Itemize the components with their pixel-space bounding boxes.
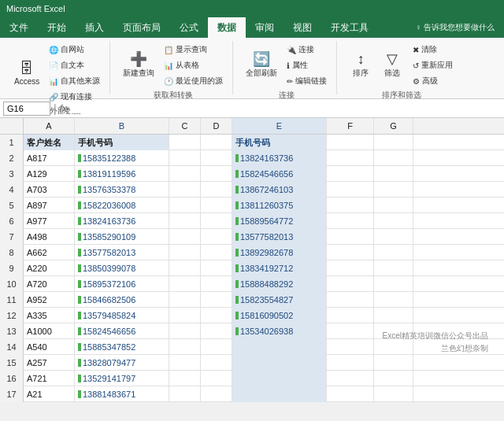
cell-b7[interactable]: 13585290109 xyxy=(75,229,169,245)
cell-b12[interactable]: 13579485824 xyxy=(75,308,169,323)
cell-reference[interactable] xyxy=(3,102,50,116)
cell-g5[interactable] xyxy=(374,198,413,213)
cell-b14[interactable]: 15885347852 xyxy=(75,339,169,355)
cell-b5[interactable]: 15822036008 xyxy=(75,198,169,213)
btn-new-query[interactable]: ➕ 新建查询 xyxy=(120,50,158,80)
tab-layout[interactable]: 页面布局 xyxy=(113,17,170,38)
cell-e2[interactable]: 13824163736 xyxy=(232,150,327,166)
cell-a11[interactable]: A952 xyxy=(24,292,75,308)
tab-data[interactable]: 数据 xyxy=(208,17,246,38)
cell-a2[interactable]: A817 xyxy=(24,150,75,166)
cell-a1[interactable]: 客户姓名 xyxy=(24,135,75,150)
cell-e12[interactable]: 15816090502 xyxy=(232,308,327,323)
cell-g15[interactable] xyxy=(374,355,413,371)
cell-e16[interactable] xyxy=(232,371,327,386)
cell-a4[interactable]: A703 xyxy=(24,182,75,198)
cell-d6[interactable] xyxy=(201,213,232,229)
cell-f11[interactable] xyxy=(327,292,374,308)
btn-filter[interactable]: ▽ 筛选 xyxy=(378,50,406,80)
cell-d7[interactable] xyxy=(201,229,232,245)
cell-g16[interactable] xyxy=(374,371,413,386)
cell-c13[interactable] xyxy=(169,323,201,339)
cell-g2[interactable] xyxy=(374,150,413,166)
cell-d2[interactable] xyxy=(201,150,232,166)
cell-d15[interactable] xyxy=(201,355,232,371)
cell-c8[interactable] xyxy=(169,245,201,260)
cell-f2[interactable] xyxy=(327,150,374,166)
cell-a14[interactable]: A540 xyxy=(24,339,75,355)
cell-e13[interactable]: 13534026938 xyxy=(232,323,327,339)
cell-d17[interactable] xyxy=(201,386,232,402)
btn-edit-links[interactable]: ✏ 编辑链接 xyxy=(284,74,330,88)
cell-d9[interactable] xyxy=(201,260,232,276)
cell-a13[interactable]: A1000 xyxy=(24,323,75,339)
cell-f7[interactable] xyxy=(327,229,374,245)
cell-d1[interactable] xyxy=(201,135,232,150)
cell-f10[interactable] xyxy=(327,276,374,292)
btn-show-query[interactable]: 📋 显示查询 xyxy=(161,42,226,57)
cell-f12[interactable] xyxy=(327,308,374,323)
cell-a6[interactable]: A977 xyxy=(24,213,75,229)
cell-c3[interactable] xyxy=(169,166,201,182)
cell-g7[interactable] xyxy=(374,229,413,245)
cell-g4[interactable] xyxy=(374,182,413,198)
cell-a16[interactable]: A721 xyxy=(24,371,75,386)
cell-e8[interactable]: 13892982678 xyxy=(232,245,327,260)
cell-b13[interactable]: 15824546656 xyxy=(75,323,169,339)
cell-c14[interactable] xyxy=(169,339,201,355)
cell-b17[interactable]: 13881483671 xyxy=(75,386,169,402)
cell-g8[interactable] xyxy=(374,245,413,260)
tab-review[interactable]: 审阅 xyxy=(246,17,284,38)
tab-devtools[interactable]: 开发工具 xyxy=(321,17,378,38)
btn-web[interactable]: 🌐 自网站 xyxy=(46,42,103,57)
cell-e1[interactable]: 手机号码 xyxy=(232,135,327,150)
cell-a3[interactable]: A129 xyxy=(24,166,75,182)
cell-f17[interactable] xyxy=(327,386,374,402)
col-header-e[interactable]: E xyxy=(232,118,327,134)
tab-file[interactable]: 文件 xyxy=(0,17,38,38)
cell-c15[interactable] xyxy=(169,355,201,371)
tab-formula[interactable]: 公式 xyxy=(170,17,208,38)
cell-c1[interactable] xyxy=(169,135,201,150)
cell-d8[interactable] xyxy=(201,245,232,260)
cell-b16[interactable]: 13529141797 xyxy=(75,371,169,386)
cell-f16[interactable] xyxy=(327,371,374,386)
cell-f13[interactable] xyxy=(327,323,374,339)
btn-text[interactable]: 📄 自文本 xyxy=(46,58,103,72)
cell-e10[interactable]: 15888488292 xyxy=(232,276,327,292)
cell-e5[interactable]: 13811260375 xyxy=(232,198,327,213)
tab-start[interactable]: 开始 xyxy=(38,17,76,38)
tab-help[interactable]: ♀ 告诉我您想要做什么 xyxy=(406,17,504,38)
cell-g9[interactable] xyxy=(374,260,413,276)
cell-d3[interactable] xyxy=(201,166,232,182)
cell-c2[interactable] xyxy=(169,150,201,166)
cell-c9[interactable] xyxy=(169,260,201,276)
cell-e17[interactable] xyxy=(232,386,327,402)
cell-c6[interactable] xyxy=(169,213,201,229)
cell-b2[interactable]: 15835122388 xyxy=(75,150,169,166)
btn-clear[interactable]: ✖ 清除 xyxy=(410,42,456,57)
cell-c10[interactable] xyxy=(169,276,201,292)
cell-c11[interactable] xyxy=(169,292,201,308)
btn-sort[interactable]: ↕ 排序 xyxy=(346,50,375,80)
cell-g12[interactable] xyxy=(374,308,413,323)
btn-refresh-all[interactable]: 🔄 全部刷新 xyxy=(243,50,280,80)
btn-advanced[interactable]: ⚙ 高级 xyxy=(410,74,456,88)
cell-b1[interactable]: 手机号码 xyxy=(75,135,169,150)
cell-a7[interactable]: A498 xyxy=(24,229,75,245)
cell-g11[interactable] xyxy=(374,292,413,308)
cell-d5[interactable] xyxy=(201,198,232,213)
btn-properties[interactable]: ℹ 属性 xyxy=(284,58,330,72)
col-header-f[interactable]: F xyxy=(327,118,374,134)
cell-c4[interactable] xyxy=(169,182,201,198)
cell-a17[interactable]: A21 xyxy=(24,386,75,402)
btn-reapply[interactable]: ↺ 重新应用 xyxy=(410,58,456,72)
col-header-g[interactable]: G xyxy=(374,118,413,134)
col-header-d[interactable]: D xyxy=(201,118,232,134)
cell-e15[interactable] xyxy=(232,355,327,371)
cell-e3[interactable]: 15824546656 xyxy=(232,166,327,182)
cell-d11[interactable] xyxy=(201,292,232,308)
btn-recent-sources[interactable]: 🕐 最近使用的源 xyxy=(161,74,226,88)
btn-from-table[interactable]: 📊 从表格 xyxy=(161,58,226,72)
cell-g17[interactable] xyxy=(374,386,413,402)
